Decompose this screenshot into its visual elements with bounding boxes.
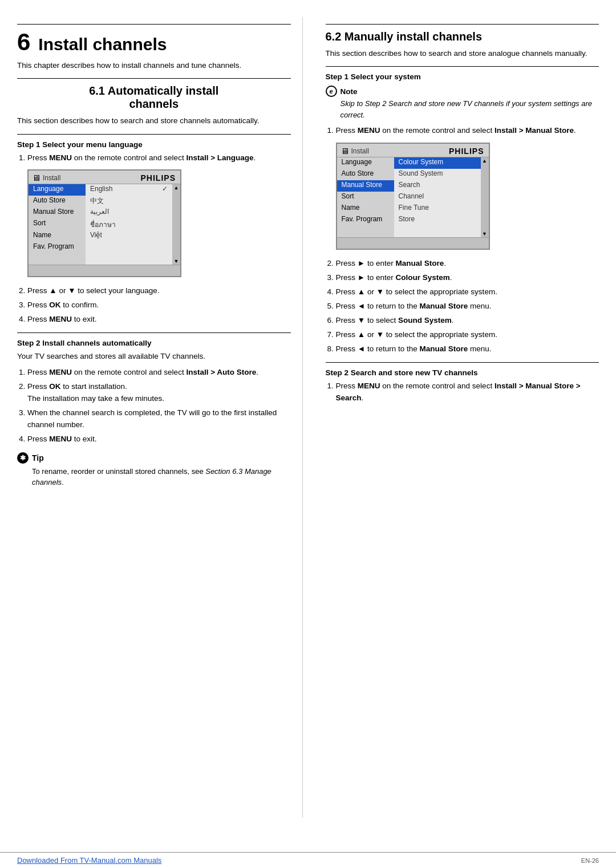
- chapter-heading: 6 Install channels: [17, 30, 291, 54]
- tv-menu1-left-4: Sort: [29, 218, 86, 230]
- left-column: 6 Install channels This chapter describe…: [17, 17, 303, 818]
- step1-item1-bold2: Install > Language: [186, 153, 253, 162]
- tv-menu2-left-6: Fav. Program: [337, 214, 394, 226]
- tv-menu1-footer: [29, 265, 180, 276]
- tv-menu2-left-2: Auto Store: [337, 169, 394, 180]
- step1-item4-post: to exit.: [72, 315, 97, 323]
- tv-menu2-scrollbar: ▲ ▼: [481, 157, 489, 237]
- scroll-up-arrow: ▲: [174, 185, 179, 190]
- s2i1-bold: MENU: [49, 368, 72, 376]
- tv-menu1-right-4: ชื่อภาษา: [86, 218, 172, 230]
- step62-1-item5: Press ◄ to return to the Manual Store me…: [336, 301, 599, 313]
- note-header: e Note: [326, 86, 599, 97]
- 62s1i8-pre: Press: [336, 344, 358, 353]
- tip-box: ✱ Tip To rename, reorder or uninstall st…: [17, 452, 291, 488]
- s2i1-post: on the remote control and select: [72, 368, 186, 376]
- tv-menu1-row-4: Sort ชื่อภาษา: [29, 218, 172, 230]
- 62s1i1-bold2: Install > Manual Store: [495, 126, 574, 135]
- note-italic: Step 2 Search and store new TV channels: [365, 99, 504, 108]
- step2-intro: Your TV searches and stores all availabl…: [17, 351, 291, 362]
- 62s1i6-sym: ▼: [358, 316, 365, 325]
- step2-item2: Press OK to start installation.The insta…: [27, 381, 291, 405]
- section-61-heading: 6.1 Automatically install channels: [17, 84, 291, 111]
- note-label: Note: [341, 87, 358, 96]
- sep-62-step1: [326, 66, 599, 67]
- step2-heading: Step 2 Install channels automatically: [17, 339, 291, 347]
- 62s1i7-mid: or: [365, 330, 376, 339]
- 62s1i5-post: to return to the: [365, 302, 419, 310]
- 62s1i3-bold: Colour System: [395, 273, 449, 282]
- s2i2-pre: Press: [27, 382, 49, 391]
- 62s1i4-sym: ▲: [358, 287, 365, 296]
- step62-2-heading: Step 2 Search and store new TV channels: [326, 368, 599, 377]
- footer-link[interactable]: Downloaded From TV-Manual.com Manuals: [17, 856, 161, 865]
- 62s2i1-bold: MENU: [358, 382, 380, 390]
- step2-item1: Press MENU on the remote control and sel…: [27, 367, 291, 379]
- tv-menu2-right-4: Channel: [394, 192, 481, 203]
- 62s1i6-post: to select: [365, 316, 398, 325]
- tv-menu1-header: 🖥 Install PHILIPS: [29, 171, 180, 184]
- note-icon: e: [326, 86, 337, 97]
- 62s2i1-pre: Press: [336, 382, 358, 390]
- top-rule-right: [326, 24, 599, 25]
- chapter-intro: This chapter describes how to install ch…: [17, 60, 291, 71]
- step62-1-item3: Press ► to enter Colour System.: [336, 272, 599, 284]
- note-text: Skip to Step 2 Search and store new TV c…: [341, 98, 599, 120]
- monitor-icon: 🖥: [32, 173, 40, 182]
- tip-header: ✱ Tip: [17, 452, 291, 464]
- step1-item3-pre: Press: [27, 301, 49, 309]
- step1-item3-bold: OK: [49, 301, 60, 309]
- step1-item1-end: .: [254, 153, 256, 162]
- 62s1i8-sym: ◄: [358, 344, 365, 353]
- tv-menu1-row-5: Name Việt: [29, 230, 172, 242]
- arrow-up-sym: ▲: [49, 286, 56, 295]
- step62-1-item4: Press ▲ or ▼ to select the appropriate s…: [336, 286, 599, 298]
- top-rule-left: [17, 24, 291, 25]
- 62s1i1-pre: Press: [336, 126, 358, 135]
- step62-2-list: Press MENU on the remote control and sel…: [336, 380, 599, 404]
- tv-menu1-scrollbar: ▲ ▼: [172, 184, 180, 265]
- tv-menu1-right-3: العربية: [86, 207, 172, 218]
- tv-menu2-left-5: Name: [337, 203, 394, 214]
- tv-menu2-row-spacer: [337, 226, 481, 237]
- tv-menu2-right-5: Fine Tune: [394, 203, 481, 214]
- page: 6 Install channels This chapter describe…: [0, 0, 616, 868]
- tv-menu2-left-1: Language: [337, 157, 394, 169]
- 62s1i4-pre: Press: [336, 287, 358, 296]
- 62s1i6-bold: Sound System: [398, 316, 452, 325]
- scroll2-up-arrow: ▲: [482, 158, 487, 164]
- 62s1i7-sym2: ▼: [376, 330, 384, 339]
- sep-step2: [17, 332, 291, 333]
- 62s1i7-post: to select the appropriate system.: [384, 330, 497, 339]
- 62s2i1-post: on the remote control and select: [380, 382, 495, 390]
- step1-item1: Press MENU on the remote control and sel…: [27, 152, 291, 164]
- s2i4-post: to exit.: [72, 435, 97, 443]
- s2i1-pre: Press: [27, 368, 49, 376]
- tv-menu1-row-1: Language English✓: [29, 184, 172, 196]
- step1-item4: Press MENU to exit.: [27, 314, 291, 326]
- arrow-down-sym: ▼: [68, 286, 75, 295]
- step62-1-list-cont: Press ► to enter Manual Store. Press ► t…: [336, 258, 599, 355]
- s2i2-bold: OK: [49, 382, 60, 391]
- step1-item4-pre: Press: [27, 315, 49, 323]
- 62s1i4-mid: or: [365, 287, 376, 296]
- step62-1-item2: Press ► to enter Manual Store.: [336, 258, 599, 270]
- scroll-down-arrow: ▼: [174, 258, 179, 264]
- step2-item3: When the channel search is completed, th…: [27, 407, 291, 431]
- 62s1i5-bold: Manual Store: [419, 302, 468, 310]
- note-box: e Note Skip to Step 2 Search and store n…: [326, 86, 599, 120]
- tv-menu1-row-6: Fav. Program: [29, 242, 172, 253]
- step1-item2: Press ▲ or ▼ to select your language.: [27, 285, 291, 297]
- tv-menu2-row-1: Language Colour System: [337, 157, 481, 169]
- tv-menu-2: 🖥 Install PHILIPS Language Colour System…: [336, 143, 490, 250]
- tv-menu1-left-2: Auto Store: [29, 196, 86, 207]
- 62s1i7-sym: ▲: [358, 330, 365, 339]
- tv-menu1-row-spacer: [29, 253, 172, 265]
- step62-1-item8: Press ◄ to return to the Manual Store me…: [336, 343, 599, 355]
- 62s1i4-sym2: ▼: [376, 287, 384, 296]
- step1-item2-mid: or: [57, 286, 68, 295]
- tv-menu2-right-3: Search: [394, 180, 481, 192]
- tv-menu2-row-2: Auto Store Sound System: [337, 169, 481, 180]
- step62-1-item1: Press MENU on the remote control and sel…: [336, 125, 599, 137]
- step1-item3: Press OK to confirm.: [27, 299, 291, 311]
